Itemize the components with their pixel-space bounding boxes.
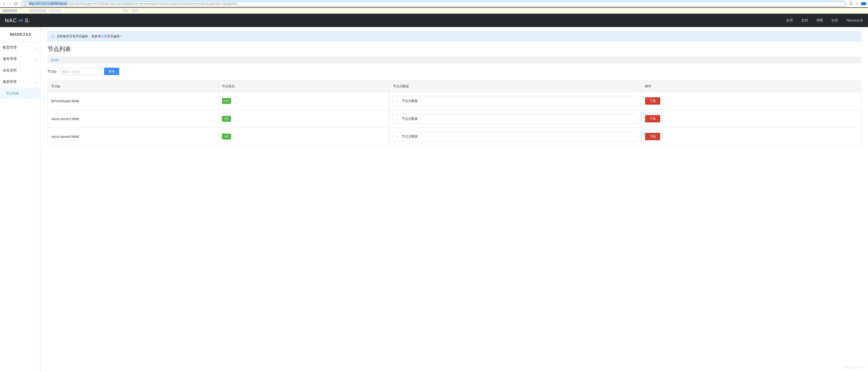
table-row: bb7e2fc8cad2:8848 UP › 节点元数据 下线 [48,92,861,110]
cell-ip: bb7e2fc8cad2:8848 [48,92,219,110]
table-row: nacos-server3:8848 UP › 节点元数据 下线 [48,128,861,146]
cell-ip: nacos-server1:8848 [48,110,219,128]
cell-ip: nacos-server3:8848 [48,128,219,146]
url-bar[interactable]: i http://127.0.0.1:8849/nacos/#/clusterM… [21,1,846,6]
content-area: i 当前集群没有开启鉴权，请参考 文档 开启鉴权~ 节点列表 public 节点… [41,27,868,372]
sidebar: NACOS 2.2.3 配置管理 ⌄ 服务管理 ⌄ 命名空间 集群管理 ⌄ 节点… [0,27,41,372]
meta-label: 节点元数据 [402,99,418,103]
cell-status: UP [218,128,389,146]
main-container: NACOS 2.2.3 配置管理 ⌄ 服务管理 ⌄ 命名空间 集群管理 ⌄ 节点… [0,27,868,372]
notice-bar: i 当前集群没有开启鉴权，请参考 文档 开启鉴权~ [48,31,861,41]
notice-link[interactable]: 文档 [101,34,107,38]
sidebar-item-config[interactable]: 配置管理 ⌄ [0,42,40,53]
nav-enterprise[interactable]: Nacos企业 [846,18,863,23]
info-icon: i [51,35,55,38]
sidebar-item-label: 服务管理 [3,57,17,61]
url-rest: /#/clusterManagement?dataId=&group=&appN… [67,2,238,5]
sidebar-item-cluster[interactable]: 集群管理 ⌄ [0,76,40,88]
watermark: CSDN @一只牛博 [843,366,865,370]
table-header-row: 节点Ip 节点状态 节点元数据 操作 [48,81,861,92]
search-input[interactable] [59,68,102,75]
meta-expand[interactable]: › 节点元数据 [393,132,638,142]
notice-text-prefix: 当前集群没有开启鉴权，请参考 [57,34,101,38]
cell-action: 下线 [641,110,861,128]
back-icon[interactable] [2,1,6,6]
nav-docs[interactable]: 文档 [801,18,808,23]
app-header: NAC S. 首页 文档 博客 社区 Nacos企业 [0,14,868,27]
cell-meta: › 节点元数据 [389,128,641,146]
star-icon[interactable]: ☆ [855,1,859,6]
sidebar-item-label: 集群管理 [3,80,17,84]
nav-community[interactable]: 社区 [832,18,838,23]
page-title: 节点列表 [48,45,861,53]
search-button[interactable]: 查询 [104,68,119,75]
chevron-right-icon: › [397,135,398,138]
meta-expand[interactable]: › 节点元数据 [393,114,638,124]
chevron-right-icon: › [397,99,398,102]
meta-label: 节点元数据 [402,134,418,139]
meta-label: 节点元数据 [402,117,418,121]
cell-status: UP [218,92,389,110]
notice-text-suffix: 开启鉴权~ [107,34,122,38]
nacos-logo[interactable]: NAC S. [5,17,30,24]
nav-blog[interactable]: 博客 [816,18,823,23]
chevron-down-icon: ⌄ [35,46,37,49]
forward-icon[interactable] [8,1,12,6]
info-icon: i [24,2,27,5]
offline-button[interactable]: 下线 [645,97,660,104]
top-nav: 首页 文档 博客 社区 Nacos企业 [786,18,863,23]
bookmark-item [2,9,17,12]
logo-infinity-icon [17,18,24,23]
bookmark-item [122,9,129,12]
logo-text-right: S. [25,17,30,24]
nav-home[interactable]: 首页 [786,18,793,23]
sidebar-item-label: 命名空间 [3,68,17,73]
reload-icon[interactable] [13,1,18,6]
search-label: 节点Ip [48,69,57,73]
sidebar-item-label: 配置管理 [3,45,17,50]
browser-chrome: i http://127.0.0.1:8849/nacos/#/clusterM… [0,0,868,7]
table-row: nacos-server1:8848 UP › 节点元数据 下线 [48,110,861,128]
sidebar-subitem-nodelist[interactable]: 节点列表 [0,88,40,99]
chevron-down-icon: ⌄ [35,80,37,84]
cell-action: 下线 [641,128,861,146]
url-highlighted: http://127.0.0.1:8849/nacos [29,2,67,5]
bookmarks-bar [0,7,868,14]
bookmark-item [29,9,46,12]
bookmark-item [49,9,61,12]
node-table: 节点Ip 节点状态 节点元数据 操作 bb7e2fc8cad2:8848 UP … [48,81,861,146]
status-badge: UP [222,98,231,104]
browser-actions: ☆ [849,1,866,6]
th-ip: 节点Ip [48,81,219,92]
device-icon[interactable] [861,2,866,5]
chevron-right-icon: › [397,117,398,120]
status-badge: UP [222,116,231,122]
search-row: 节点Ip 查询 [48,68,861,75]
bookmark-item [132,9,138,12]
sidebar-menu: 配置管理 ⌄ 服务管理 ⌄ 命名空间 集群管理 ⌄ 节点列表 [0,42,40,99]
sidebar-item-namespace[interactable]: 命名空间 [0,65,40,76]
sidebar-title: NACOS 2.2.3 [0,27,40,42]
chevron-down-icon: ⌄ [35,57,37,61]
offline-button[interactable]: 下线 [645,133,660,140]
status-badge: UP [222,133,231,140]
th-status: 节点状态 [218,81,389,92]
cell-action: 下线 [641,92,861,110]
share-icon[interactable] [849,1,853,6]
offline-button[interactable]: 下线 [645,115,660,122]
cell-meta: › 节点元数据 [389,92,641,110]
cell-meta: › 节点元数据 [389,110,641,128]
th-action: 操作 [641,81,861,92]
logo-text-left: NAC [5,17,17,24]
cell-status: UP [218,110,389,128]
sidebar-subitem-label: 节点列表 [6,91,19,96]
th-meta: 节点元数据 [389,81,641,92]
namespace-link[interactable]: public [51,58,59,62]
namespace-bar: public [48,56,861,63]
meta-expand[interactable]: › 节点元数据 [393,96,638,106]
sidebar-item-service[interactable]: 服务管理 ⌄ [0,53,40,65]
